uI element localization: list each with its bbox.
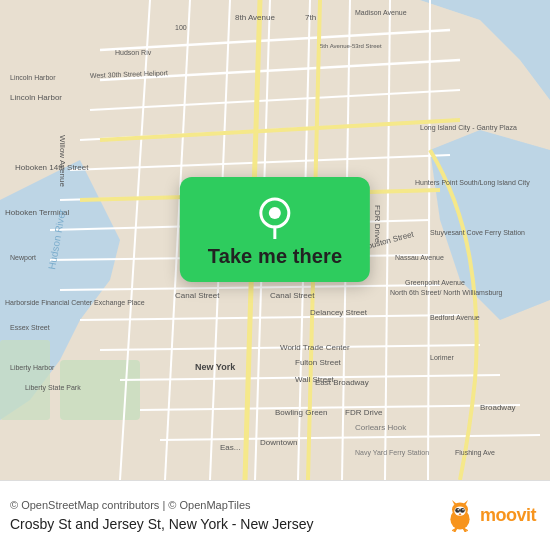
map-attribution: © OpenStreetMap contributors | © OpenMap… [10, 498, 313, 513]
svg-text:Canal Street: Canal Street [175, 291, 220, 300]
svg-text:Greenpoint Avenue: Greenpoint Avenue [405, 279, 465, 287]
map-area: West 30th Street Heliport 5th Avenue-53r… [0, 0, 550, 480]
svg-text:8th Avenue: 8th Avenue [235, 13, 275, 22]
svg-text:Newport: Newport [10, 254, 36, 262]
svg-text:Hudson Riv: Hudson Riv [115, 49, 152, 56]
svg-text:FDR Drive: FDR Drive [373, 205, 382, 243]
svg-text:North 6th Street/ North Willia: North 6th Street/ North Williamsburg [390, 289, 503, 297]
svg-text:100: 100 [175, 24, 187, 31]
svg-text:Harborside Financial Center Ex: Harborside Financial Center Exchange Pla… [5, 299, 145, 307]
svg-text:Willow Avenue: Willow Avenue [58, 135, 67, 187]
svg-text:World Trade Center: World Trade Center [280, 343, 350, 352]
svg-text:Lincoln Harbor: Lincoln Harbor [10, 74, 56, 81]
svg-text:Stuyvesant Cove Ferry Station: Stuyvesant Cove Ferry Station [430, 229, 525, 237]
svg-rect-5 [0, 340, 50, 420]
svg-text:FDR Drive: FDR Drive [345, 408, 383, 417]
svg-text:Fulton Street: Fulton Street [295, 358, 342, 367]
svg-point-78 [269, 207, 281, 219]
take-me-there-button[interactable]: Take me there [208, 245, 342, 268]
svg-text:Flushing Ave: Flushing Ave [455, 449, 495, 457]
location-label: Crosby St and Jersey St, New York - New … [10, 515, 313, 533]
svg-text:Bedford Avenue: Bedford Avenue [430, 314, 480, 321]
svg-marker-82 [452, 500, 457, 505]
svg-text:Navy Yard Ferry Station: Navy Yard Ferry Station [355, 449, 429, 457]
cta-card[interactable]: Take me there [180, 177, 370, 282]
svg-text:Nassau Avenue: Nassau Avenue [395, 254, 444, 261]
svg-text:Lincoln Harbor: Lincoln Harbor [10, 93, 62, 102]
svg-text:Madison Avenue: Madison Avenue [355, 9, 407, 16]
svg-text:New York: New York [195, 362, 236, 372]
bottom-content: © OpenStreetMap contributors | © OpenMap… [10, 498, 313, 534]
svg-text:Hunters Point South/Long Islan: Hunters Point South/Long Island City [415, 179, 530, 187]
svg-text:Long Island City - Gantry Plaz: Long Island City - Gantry Plaza [420, 124, 517, 132]
svg-text:Downtown: Downtown [260, 438, 297, 447]
svg-text:7th: 7th [305, 13, 316, 22]
svg-point-88 [462, 508, 464, 510]
bottom-bar: © OpenStreetMap contributors | © OpenMap… [0, 480, 550, 550]
svg-text:Corlears Hook: Corlears Hook [355, 423, 407, 432]
svg-text:5th Avenue-53rd Street: 5th Avenue-53rd Street [320, 43, 382, 49]
svg-text:Canal Street: Canal Street [270, 291, 315, 300]
svg-text:Broadway: Broadway [480, 403, 516, 412]
svg-text:Lorimer: Lorimer [430, 354, 454, 361]
moovit-brand-text: moovit [480, 505, 536, 526]
svg-text:Bowling Green: Bowling Green [275, 408, 327, 417]
svg-point-87 [457, 508, 459, 510]
svg-point-86 [460, 508, 465, 513]
cta-overlay[interactable]: Take me there [180, 177, 370, 282]
svg-marker-83 [463, 500, 468, 505]
location-pin-icon [253, 195, 297, 239]
svg-text:Wall Street: Wall Street [295, 375, 335, 384]
svg-point-85 [455, 508, 460, 513]
svg-text:Eas...: Eas... [220, 443, 240, 452]
moovit-owl-icon [444, 500, 476, 532]
svg-text:Essex Street: Essex Street [10, 324, 50, 331]
moovit-logo: moovit [444, 500, 536, 532]
svg-text:Liberty Harbor: Liberty Harbor [10, 364, 55, 372]
svg-text:Hoboken 14th Street: Hoboken 14th Street [15, 163, 89, 172]
svg-text:Liberty State Park: Liberty State Park [25, 384, 81, 392]
svg-text:Delancey Street: Delancey Street [310, 308, 368, 317]
